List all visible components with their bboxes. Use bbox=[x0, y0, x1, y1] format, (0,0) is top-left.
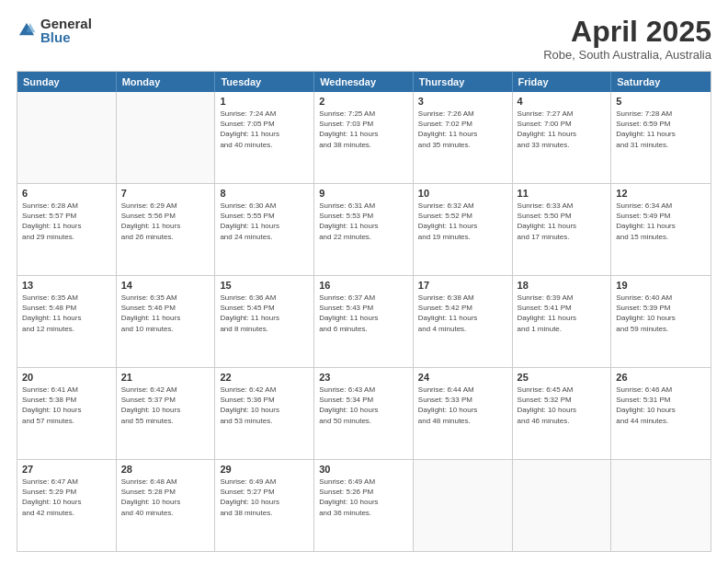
day-number: 1 bbox=[220, 96, 309, 107]
cell-info: Sunrise: 7:27 AMSunset: 7:00 PMDaylight:… bbox=[518, 109, 607, 150]
logo-blue: Blue bbox=[40, 30, 92, 44]
cell-info: Sunrise: 6:49 AMSunset: 5:27 PMDaylight:… bbox=[220, 477, 309, 518]
calendar-cell: 9Sunrise: 6:31 AMSunset: 5:53 PMDaylight… bbox=[314, 184, 414, 275]
header-day-friday: Friday bbox=[513, 72, 612, 92]
day-number: 19 bbox=[616, 280, 706, 291]
cell-info: Sunrise: 6:44 AMSunset: 5:33 PMDaylight:… bbox=[418, 385, 507, 426]
logo-icon bbox=[17, 20, 37, 40]
calendar-cell: 3Sunrise: 7:26 AMSunset: 7:02 PMDaylight… bbox=[414, 92, 513, 183]
cell-info: Sunrise: 7:24 AMSunset: 7:05 PMDaylight:… bbox=[220, 109, 309, 150]
day-number: 15 bbox=[220, 280, 309, 291]
calendar-cell: 8Sunrise: 6:30 AMSunset: 5:55 PMDaylight… bbox=[215, 184, 314, 275]
calendar-cell: 13Sunrise: 6:35 AMSunset: 5:48 PMDayligh… bbox=[17, 276, 117, 367]
day-number: 24 bbox=[418, 372, 507, 383]
calendar-cell: 6Sunrise: 6:28 AMSunset: 5:57 PMDaylight… bbox=[17, 184, 117, 275]
day-number: 17 bbox=[418, 280, 507, 291]
calendar-cell bbox=[117, 92, 216, 183]
cell-info: Sunrise: 6:34 AMSunset: 5:49 PMDaylight:… bbox=[616, 201, 706, 242]
cell-info: Sunrise: 6:37 AMSunset: 5:43 PMDaylight:… bbox=[319, 293, 408, 334]
cell-info: Sunrise: 6:49 AMSunset: 5:26 PMDaylight:… bbox=[319, 477, 408, 518]
header-day-thursday: Thursday bbox=[414, 72, 513, 92]
day-number: 18 bbox=[518, 280, 607, 291]
day-number: 3 bbox=[418, 96, 507, 107]
day-number: 23 bbox=[319, 372, 408, 383]
day-number: 28 bbox=[121, 464, 210, 475]
cell-info: Sunrise: 6:48 AMSunset: 5:28 PMDaylight:… bbox=[121, 477, 210, 518]
calendar-cell bbox=[414, 460, 513, 551]
title-area: April 2025 Robe, South Australia, Austra… bbox=[543, 17, 711, 62]
calendar-cell: 21Sunrise: 6:42 AMSunset: 5:37 PMDayligh… bbox=[117, 368, 216, 459]
calendar-row-4: 27Sunrise: 6:47 AMSunset: 5:29 PMDayligh… bbox=[17, 459, 711, 551]
day-number: 25 bbox=[518, 372, 607, 383]
header-day-monday: Monday bbox=[117, 72, 216, 92]
day-number: 26 bbox=[616, 372, 706, 383]
calendar-body: 1Sunrise: 7:24 AMSunset: 7:05 PMDaylight… bbox=[17, 92, 711, 551]
cell-info: Sunrise: 6:42 AMSunset: 5:36 PMDaylight:… bbox=[220, 385, 309, 426]
cell-info: Sunrise: 7:26 AMSunset: 7:02 PMDaylight:… bbox=[418, 109, 507, 150]
calendar-row-2: 13Sunrise: 6:35 AMSunset: 5:48 PMDayligh… bbox=[17, 275, 711, 367]
day-number: 7 bbox=[121, 188, 210, 199]
cell-info: Sunrise: 6:31 AMSunset: 5:53 PMDaylight:… bbox=[319, 201, 408, 242]
cell-info: Sunrise: 6:45 AMSunset: 5:32 PMDaylight:… bbox=[518, 385, 607, 426]
day-number: 12 bbox=[616, 188, 706, 199]
cell-info: Sunrise: 6:36 AMSunset: 5:45 PMDaylight:… bbox=[220, 293, 309, 334]
day-number: 8 bbox=[220, 188, 309, 199]
header: General Blue April 2025 Robe, South Aust… bbox=[17, 17, 711, 62]
day-number: 20 bbox=[22, 372, 111, 383]
calendar-cell: 7Sunrise: 6:29 AMSunset: 5:56 PMDaylight… bbox=[117, 184, 216, 275]
calendar-cell: 2Sunrise: 7:25 AMSunset: 7:03 PMDaylight… bbox=[314, 92, 414, 183]
calendar-cell: 27Sunrise: 6:47 AMSunset: 5:29 PMDayligh… bbox=[17, 460, 117, 551]
cell-info: Sunrise: 6:43 AMSunset: 5:34 PMDaylight:… bbox=[319, 385, 408, 426]
calendar-cell: 28Sunrise: 6:48 AMSunset: 5:28 PMDayligh… bbox=[117, 460, 216, 551]
calendar-cell: 22Sunrise: 6:42 AMSunset: 5:36 PMDayligh… bbox=[215, 368, 314, 459]
calendar: SundayMondayTuesdayWednesdayThursdayFrid… bbox=[17, 71, 711, 552]
month-title: April 2025 bbox=[543, 17, 711, 46]
calendar-cell: 23Sunrise: 6:43 AMSunset: 5:34 PMDayligh… bbox=[314, 368, 414, 459]
calendar-cell: 24Sunrise: 6:44 AMSunset: 5:33 PMDayligh… bbox=[414, 368, 513, 459]
header-day-sunday: Sunday bbox=[17, 72, 117, 92]
cell-info: Sunrise: 6:40 AMSunset: 5:39 PMDaylight:… bbox=[616, 293, 706, 334]
cell-info: Sunrise: 7:25 AMSunset: 7:03 PMDaylight:… bbox=[319, 109, 408, 150]
calendar-row-1: 6Sunrise: 6:28 AMSunset: 5:57 PMDaylight… bbox=[17, 183, 711, 275]
header-day-tuesday: Tuesday bbox=[215, 72, 314, 92]
calendar-cell bbox=[17, 92, 117, 183]
calendar-cell: 25Sunrise: 6:45 AMSunset: 5:32 PMDayligh… bbox=[513, 368, 612, 459]
day-number: 2 bbox=[319, 96, 408, 107]
calendar-cell bbox=[611, 460, 711, 551]
calendar-cell: 16Sunrise: 6:37 AMSunset: 5:43 PMDayligh… bbox=[314, 276, 414, 367]
logo: General Blue bbox=[17, 17, 92, 44]
cell-info: Sunrise: 6:42 AMSunset: 5:37 PMDaylight:… bbox=[121, 385, 210, 426]
calendar-cell: 17Sunrise: 6:38 AMSunset: 5:42 PMDayligh… bbox=[414, 276, 513, 367]
calendar-cell: 20Sunrise: 6:41 AMSunset: 5:38 PMDayligh… bbox=[17, 368, 117, 459]
calendar-cell: 1Sunrise: 7:24 AMSunset: 7:05 PMDaylight… bbox=[215, 92, 314, 183]
cell-info: Sunrise: 6:39 AMSunset: 5:41 PMDaylight:… bbox=[518, 293, 607, 334]
subtitle: Robe, South Australia, Australia bbox=[543, 48, 711, 62]
calendar-cell: 5Sunrise: 7:28 AMSunset: 6:59 PMDaylight… bbox=[611, 92, 711, 183]
day-number: 9 bbox=[319, 188, 408, 199]
cell-info: Sunrise: 6:38 AMSunset: 5:42 PMDaylight:… bbox=[418, 293, 507, 334]
day-number: 6 bbox=[22, 188, 111, 199]
cell-info: Sunrise: 6:29 AMSunset: 5:56 PMDaylight:… bbox=[121, 201, 210, 242]
cell-info: Sunrise: 6:46 AMSunset: 5:31 PMDaylight:… bbox=[616, 385, 706, 426]
page: General Blue April 2025 Robe, South Aust… bbox=[0, 0, 728, 563]
calendar-cell: 4Sunrise: 7:27 AMSunset: 7:00 PMDaylight… bbox=[513, 92, 612, 183]
calendar-cell: 15Sunrise: 6:36 AMSunset: 5:45 PMDayligh… bbox=[215, 276, 314, 367]
calendar-cell: 19Sunrise: 6:40 AMSunset: 5:39 PMDayligh… bbox=[611, 276, 711, 367]
cell-info: Sunrise: 6:47 AMSunset: 5:29 PMDaylight:… bbox=[22, 477, 111, 518]
cell-info: Sunrise: 6:28 AMSunset: 5:57 PMDaylight:… bbox=[22, 201, 111, 242]
calendar-row-0: 1Sunrise: 7:24 AMSunset: 7:05 PMDaylight… bbox=[17, 92, 711, 183]
calendar-cell: 12Sunrise: 6:34 AMSunset: 5:49 PMDayligh… bbox=[611, 184, 711, 275]
header-day-saturday: Saturday bbox=[611, 72, 711, 92]
cell-info: Sunrise: 6:41 AMSunset: 5:38 PMDaylight:… bbox=[22, 385, 111, 426]
day-number: 14 bbox=[121, 280, 210, 291]
day-number: 21 bbox=[121, 372, 210, 383]
day-number: 5 bbox=[616, 96, 706, 107]
logo-text: General Blue bbox=[40, 17, 92, 44]
day-number: 29 bbox=[220, 464, 309, 475]
calendar-cell: 14Sunrise: 6:35 AMSunset: 5:46 PMDayligh… bbox=[117, 276, 216, 367]
calendar-cell: 29Sunrise: 6:49 AMSunset: 5:27 PMDayligh… bbox=[215, 460, 314, 551]
cell-info: Sunrise: 6:33 AMSunset: 5:50 PMDaylight:… bbox=[518, 201, 607, 242]
calendar-header: SundayMondayTuesdayWednesdayThursdayFrid… bbox=[17, 72, 711, 92]
day-number: 4 bbox=[518, 96, 607, 107]
calendar-cell: 30Sunrise: 6:49 AMSunset: 5:26 PMDayligh… bbox=[314, 460, 414, 551]
